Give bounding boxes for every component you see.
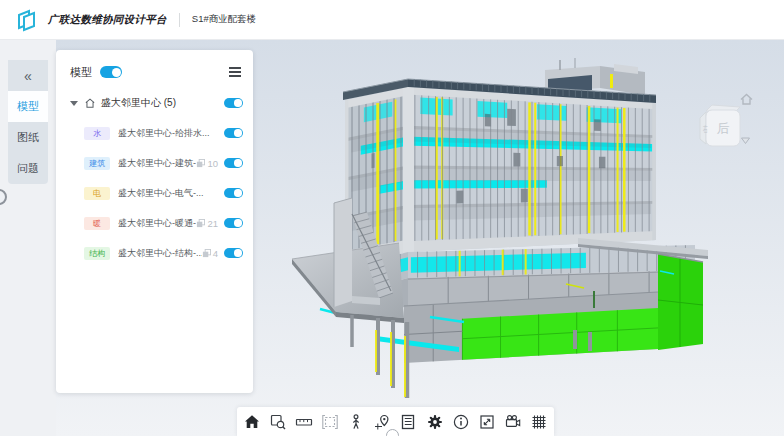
tab-drawings[interactable]: 图纸: [8, 122, 48, 153]
tree-row-architecture[interactable]: 建筑 盛大邻里中心-建筑-... 10: [70, 148, 243, 178]
version-count-icon: [196, 219, 205, 228]
glodon-logo-icon: [14, 7, 40, 33]
version-count-icon: [202, 249, 211, 258]
walk-mode-icon: [347, 413, 365, 431]
panel-title: 模型: [70, 65, 92, 80]
walk-mode-button[interactable]: [345, 411, 367, 433]
tree-item-label: 盛大邻里中心-给排水...: [118, 127, 224, 140]
tree-row-hvac[interactable]: 暖 盛大邻里中心-暖通-... 21: [70, 208, 243, 238]
layer-toggle[interactable]: [224, 248, 243, 258]
project-name: S1#商业配套楼: [192, 13, 256, 26]
app-title: 广联达数维协同设计平台: [48, 13, 167, 27]
version-count: 21: [196, 218, 218, 229]
app-window: 广联达数维协同设计平台 S1#商业配套楼 « 模型 图纸 问题 模型 盛大邻里中…: [0, 0, 784, 436]
record-button[interactable]: [502, 411, 524, 433]
layer-toggle[interactable]: [224, 218, 243, 228]
issue-list-button[interactable]: [397, 411, 419, 433]
grid-button[interactable]: [528, 411, 550, 433]
version-count-icon: [196, 159, 205, 168]
discipline-badge: 电: [84, 187, 110, 200]
header-divider: [179, 13, 180, 27]
tab-model[interactable]: 模型: [8, 91, 48, 122]
cube-face-back-label: 后: [717, 121, 730, 136]
view-home-button[interactable]: [738, 91, 755, 108]
tree-item-label: 盛大邻里中心-电气-...: [118, 187, 224, 200]
tree-row-structure[interactable]: 结构 盛大邻里中心-结构-... 4: [70, 238, 243, 268]
box-zoom-icon: [269, 413, 287, 431]
toolbar-peek-circle[interactable]: [386, 429, 399, 436]
record-camera-icon: [504, 413, 522, 431]
section-box-icon: [321, 413, 339, 431]
layer-toggle[interactable]: [224, 158, 243, 168]
discipline-badge: 暖: [84, 217, 110, 230]
measure-button[interactable]: [293, 411, 315, 433]
tab-issues[interactable]: 问题: [8, 153, 48, 184]
section-box-button[interactable]: [319, 411, 341, 433]
settings-gear-icon: [426, 413, 444, 431]
box-zoom-button[interactable]: [267, 411, 289, 433]
home-button[interactable]: [241, 411, 263, 433]
layer-toggle[interactable]: [224, 128, 243, 138]
model-visibility-toggle[interactable]: [100, 66, 122, 78]
settings-button[interactable]: [424, 411, 446, 433]
discipline-badge: 结构: [84, 247, 110, 260]
app-header: 广联达数维协同设计平台 S1#商业配套楼: [0, 0, 784, 40]
left-rail: « 模型 图纸 问题: [0, 40, 56, 436]
panel-menu-button[interactable]: [227, 65, 243, 78]
collapse-panel-button[interactable]: «: [8, 60, 48, 91]
building-icon: [84, 97, 96, 109]
viewpoint-pin-icon: [373, 413, 391, 431]
collapse-arrow-icon[interactable]: [70, 101, 78, 106]
home-icon: [243, 413, 261, 431]
version-count: 4: [202, 248, 218, 259]
info-icon: [452, 413, 470, 431]
fullscreen-icon: [478, 413, 496, 431]
tree-row-plumbing[interactable]: 水 盛大邻里中心-给排水...: [70, 118, 243, 148]
tree-root-label: 盛大邻里中心 (5): [101, 96, 176, 110]
issue-list-icon: [399, 413, 417, 431]
grid-icon: [530, 413, 548, 431]
tree-item-label: 盛大邻里中心-结构-...: [118, 247, 202, 260]
cube-face-right-label: 右: [703, 123, 708, 134]
discipline-badge: 水: [84, 127, 110, 140]
layer-toggle[interactable]: [224, 188, 243, 198]
tree-row-electrical[interactable]: 电 盛大邻里中心-电气-...: [70, 178, 243, 208]
measure-icon: [295, 413, 313, 431]
model-tree-panel: 模型 盛大邻里中心 (5) 水 盛大邻里中心-给排水... 建筑 盛大邻里中心-…: [56, 50, 253, 393]
tree-root-row[interactable]: 盛大邻里中心 (5): [70, 88, 243, 118]
info-button[interactable]: [450, 411, 472, 433]
view-options-chevron-icon[interactable]: [739, 135, 752, 146]
tree-item-label: 盛大邻里中心-建筑-...: [118, 157, 196, 170]
fullscreen-button[interactable]: [476, 411, 498, 433]
tree-item-label: 盛大邻里中心-暖通-...: [118, 217, 196, 230]
discipline-badge: 建筑: [84, 157, 110, 170]
root-toggle[interactable]: [224, 98, 243, 108]
version-count: 10: [196, 158, 218, 169]
